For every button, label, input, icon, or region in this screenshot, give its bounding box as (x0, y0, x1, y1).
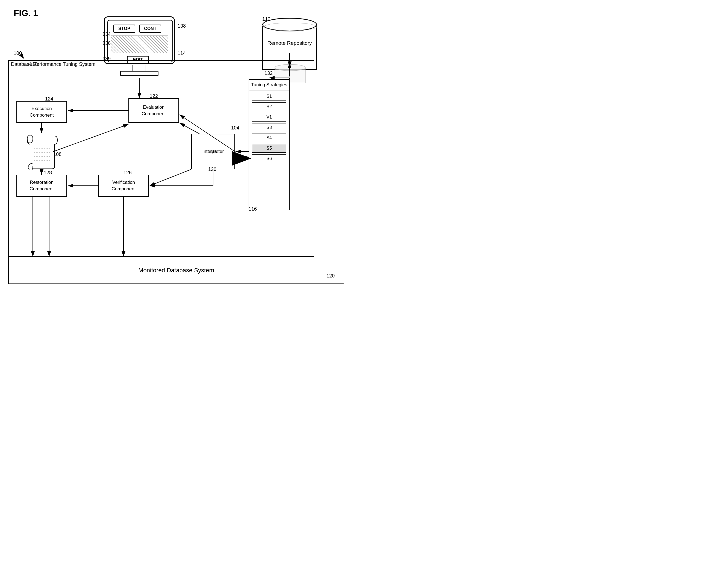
tuning-strategies-title: Tuning Strategies (249, 80, 289, 90)
diagram-container: FIG. 1 100 STOP CONT EDIT 134 136 139 13… (0, 0, 356, 294)
strategy-item-s1: S1 (252, 92, 286, 101)
ref-118: 118 (29, 61, 38, 67)
ref-116: 116 (249, 206, 257, 212)
ref-104: 104 (231, 125, 239, 131)
verification-label: VerificationComponent (112, 179, 136, 192)
ref-114: 114 (178, 50, 186, 56)
ref-100: 100 (14, 50, 22, 56)
ref-130: 130 (208, 167, 217, 172)
scroll-document-icon (26, 133, 59, 170)
execution-component-box: ExecutionComponent (16, 101, 67, 123)
ref-138: 138 (178, 23, 186, 29)
strategy-item-s5: S5 (252, 144, 286, 153)
ref-128: 128 (44, 170, 52, 175)
restoration-label: RestorationComponent (30, 179, 54, 192)
cont-button[interactable]: CONT (139, 25, 161, 33)
ref-124: 124 (45, 96, 53, 102)
ref-126: 126 (123, 170, 132, 175)
monitored-db-label: Monitored Database System (138, 267, 214, 274)
stop-button[interactable]: STOP (114, 25, 135, 33)
ref-110: 110 (208, 149, 216, 154)
strategy-item-s4: S4 (252, 133, 286, 142)
display-area (111, 36, 168, 53)
ref-112: 112 (262, 16, 270, 22)
verification-component-box: VerificationComponent (98, 175, 149, 197)
ref-134: 134 (102, 31, 111, 37)
ref-140: 140 (240, 155, 249, 161)
evaluation-label: EvaluationComponent (142, 104, 166, 117)
execution-label: ExecutionComponent (30, 105, 54, 119)
strategy-item-s2: S2 (252, 102, 286, 111)
strategy-item-v1: V1 (252, 113, 286, 122)
restoration-component-box: RestorationComponent (16, 175, 67, 197)
remote-repository-label: Remote Repository (262, 40, 317, 47)
strategy-item-s3: S3 (252, 123, 286, 132)
figure-label: FIG. 1 (14, 8, 38, 18)
monitored-db-box: Monitored Database System (8, 257, 344, 284)
tuning-system-label: Database Performance Tuning System (11, 61, 95, 67)
monitor-outer: STOP CONT EDIT (104, 16, 175, 64)
monitor-inner: STOP CONT EDIT (107, 20, 173, 62)
ref-136: 136 (102, 40, 111, 46)
ref-122: 122 (150, 93, 158, 99)
ref-120: 120 (326, 273, 335, 279)
evaluation-component-box: EvaluationComponent (128, 98, 179, 123)
strategy-item-s6: S6 (252, 154, 286, 163)
cylinder-top-inner (264, 23, 317, 31)
tuning-strategies-box: Tuning Strategies S1S2V1S3S4S5S6 (249, 79, 290, 210)
